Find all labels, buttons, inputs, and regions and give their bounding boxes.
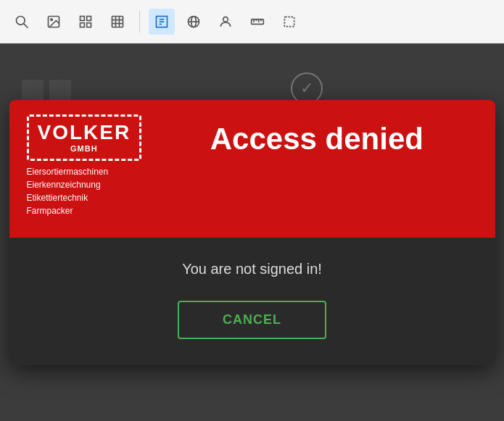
svg-point-0 [17,16,25,25]
edit-icon[interactable] [149,9,175,35]
modal-message: You are not signed in! [182,261,322,278]
grid-icon[interactable] [73,9,99,35]
logo-tagline-3: Etikettiertechnik [27,191,142,204]
svg-line-1 [24,23,28,28]
toolbar [0,0,504,43]
svg-point-20 [223,17,228,22]
logo-tagline-1: Eiersortiermaschinen [27,165,142,178]
svg-rect-21 [252,19,264,24]
table-icon[interactable] [104,9,131,35]
svg-rect-7 [87,22,91,27]
logo-brand: VOLKER [38,122,131,143]
search-icon[interactable] [9,9,35,35]
svg-rect-26 [284,17,294,26]
modal-title-area: Access denied [156,114,477,157]
cancel-button[interactable]: CANCEL [178,301,326,339]
svg-point-3 [51,18,53,20]
logo-container: VOLKER GMBH Eiersortiermaschinen Eierken… [27,114,142,217]
crop-icon[interactable] [276,9,302,35]
modal-header: VOLKER GMBH Eiersortiermaschinen Eierken… [9,100,495,238]
modal-overlay: VOLKER GMBH Eiersortiermaschinen Eierken… [0,43,504,421]
image-icon[interactable] [41,9,67,35]
globe-icon[interactable] [181,9,207,35]
logo-taglines: Eiersortiermaschinen Eierkennzeichnung E… [27,161,142,217]
ruler-icon[interactable] [244,9,270,35]
logo-box: VOLKER GMBH [27,114,142,161]
svg-rect-4 [80,16,85,20]
modal-title: Access denied [210,122,424,157]
logo-tagline-2: Eierkennzeichnung [27,178,142,191]
access-denied-modal: VOLKER GMBH Eiersortiermaschinen Eierken… [9,100,495,365]
page-area: ✓ VOLKER GMBH Eiersortiermaschinen Eierk… [0,43,504,421]
user-icon[interactable] [212,9,239,35]
svg-rect-5 [87,16,91,20]
svg-rect-8 [112,16,123,27]
toolbar-divider [139,11,140,33]
svg-rect-6 [80,22,85,27]
logo-tagline-4: Farmpacker [27,204,142,217]
modal-body: You are not signed in! CANCEL [9,238,495,365]
logo-gmbh: GMBH [70,144,98,153]
